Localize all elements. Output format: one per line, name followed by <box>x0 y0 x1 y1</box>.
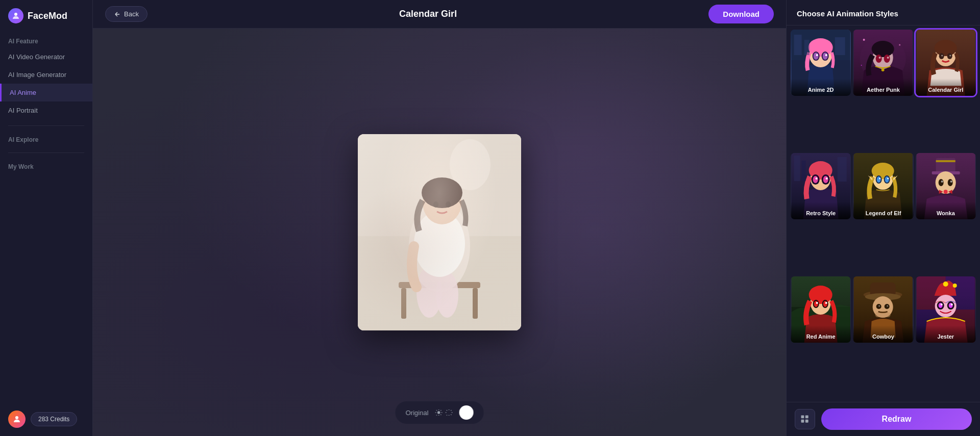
svg-point-60 <box>816 177 818 179</box>
svg-point-95 <box>816 302 818 304</box>
svg-point-36 <box>876 55 882 63</box>
svg-point-96 <box>825 302 827 304</box>
svg-point-9 <box>416 267 442 318</box>
svg-point-37 <box>884 55 890 63</box>
style-label-retro-style: Retro Style <box>791 202 851 219</box>
sidebar-item-ai-image-generator[interactable]: AI Image Generator <box>0 66 92 84</box>
svg-point-58 <box>813 176 818 183</box>
topbar: Back Calendar Girl Download <box>93 0 786 29</box>
sidebar-bottom: 283 Credits <box>0 411 92 428</box>
svg-point-24 <box>814 53 819 60</box>
svg-point-11 <box>414 211 465 277</box>
svg-point-81 <box>938 179 943 186</box>
svg-point-4 <box>450 139 491 190</box>
svg-point-71 <box>877 176 881 183</box>
sidebar-item-ai-video-generator[interactable]: AI Video Generator <box>0 48 92 66</box>
svg-point-90 <box>809 286 832 304</box>
svg-point-38 <box>879 57 881 59</box>
svg-point-41 <box>863 39 865 41</box>
download-button[interactable]: Download <box>708 5 774 23</box>
svg-point-42 <box>899 44 901 46</box>
svg-rect-126 <box>805 420 808 423</box>
svg-point-107 <box>887 305 889 307</box>
main-content: Back Calendar Girl Download <box>93 0 786 436</box>
svg-point-25 <box>823 53 828 60</box>
svg-point-72 <box>885 176 889 183</box>
ai-feature-section-label: AI Feature <box>0 34 92 48</box>
svg-point-35 <box>872 41 894 57</box>
svg-rect-64 <box>838 157 847 182</box>
svg-point-121 <box>940 303 942 305</box>
sidebar-item-ai-anime[interactable]: AI Anime <box>0 84 92 101</box>
toggle-label: Original <box>406 409 429 417</box>
svg-point-106 <box>878 305 880 307</box>
style-card-legend-of-elf[interactable]: Legend of Elf <box>853 153 913 219</box>
svg-point-122 <box>950 303 952 305</box>
style-label-legend-of-elf: Legend of Elf <box>853 202 913 219</box>
svg-point-47 <box>934 40 957 56</box>
svg-point-84 <box>950 181 952 183</box>
toggle-icons <box>434 408 453 417</box>
sidebar: FaceMod AI Feature AI Video Generator AI… <box>0 0 93 436</box>
svg-point-21 <box>808 38 833 57</box>
svg-point-114 <box>943 281 948 287</box>
svg-point-73 <box>879 178 880 179</box>
svg-rect-123 <box>801 416 804 419</box>
svg-point-115 <box>952 284 957 288</box>
grid-view-button[interactable] <box>795 409 815 429</box>
panel-header: Choose AI Animation Styles <box>787 0 980 25</box>
style-label-wonka: Wonka <box>916 202 976 219</box>
sidebar-divider-2 <box>8 152 84 153</box>
photo-simulation <box>358 134 521 330</box>
style-label-aether-punk: Aether Punk <box>853 79 913 96</box>
style-card-aether-punk[interactable]: Aether Punk <box>853 30 913 96</box>
style-label-calendar-girl: Calendar Girl <box>916 79 976 96</box>
panel-footer: Redraw <box>787 402 980 436</box>
svg-rect-30 <box>835 37 845 55</box>
logo: FaceMod <box>0 8 92 34</box>
logo-text: FaceMod <box>28 11 67 21</box>
style-card-cowboy[interactable]: Cowboy <box>853 276 913 343</box>
svg-point-1 <box>15 416 18 419</box>
svg-point-93 <box>814 301 818 307</box>
back-button[interactable]: Back <box>105 6 148 22</box>
style-card-anime-2d[interactable]: Anime 2D <box>791 30 851 96</box>
svg-point-82 <box>947 179 952 186</box>
svg-point-8 <box>409 200 470 292</box>
credits-badge[interactable]: 283 Credits <box>31 412 77 426</box>
svg-point-15 <box>446 201 451 208</box>
style-card-retro-style[interactable]: Retro Style <box>791 153 851 219</box>
svg-point-40 <box>881 68 885 71</box>
style-label-anime-2d: Anime 2D <box>791 79 851 96</box>
style-card-calendar-girl[interactable]: Calendar Girl <box>916 30 976 96</box>
svg-rect-125 <box>801 420 804 423</box>
svg-point-43 <box>861 65 862 66</box>
style-label-jester: Jester <box>916 325 976 343</box>
svg-rect-7 <box>473 288 478 319</box>
style-label-red-anime: Red Anime <box>791 325 851 343</box>
svg-point-12 <box>423 182 461 224</box>
svg-point-61 <box>826 177 828 179</box>
style-card-red-anime[interactable]: Red Anime <box>791 276 851 343</box>
svg-point-13 <box>422 177 462 208</box>
svg-rect-28 <box>794 35 802 55</box>
logo-icon <box>8 8 23 23</box>
my-work-section-label: My Work <box>0 159 92 173</box>
svg-point-50 <box>941 55 943 57</box>
svg-point-10 <box>436 272 458 318</box>
avatar[interactable] <box>8 411 26 428</box>
style-card-jester[interactable]: Jester <box>916 276 976 343</box>
toggle-bar: Original <box>396 401 484 424</box>
right-panel: Choose AI Animation Styles <box>786 0 980 436</box>
sidebar-item-ai-portrait[interactable]: AI Portrait <box>0 101 92 119</box>
svg-point-14 <box>433 201 438 208</box>
style-card-wonka[interactable]: Wonka <box>916 153 976 219</box>
svg-point-83 <box>941 181 943 183</box>
svg-point-0 <box>14 13 17 16</box>
svg-rect-63 <box>802 161 806 181</box>
svg-point-17 <box>437 411 440 414</box>
toggle-switch[interactable] <box>459 405 473 420</box>
svg-point-59 <box>823 176 828 183</box>
redraw-button[interactable]: Redraw <box>821 408 972 430</box>
svg-point-27 <box>825 54 827 56</box>
